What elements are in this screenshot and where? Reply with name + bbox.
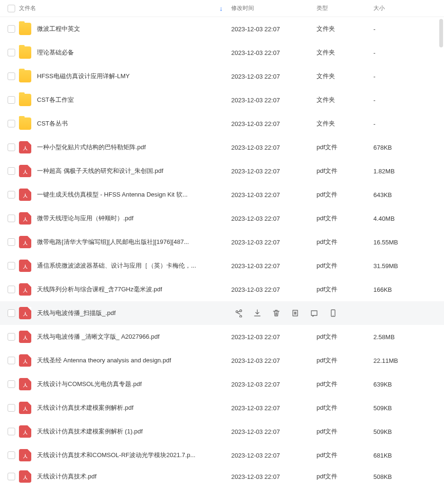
download-icon[interactable]	[253, 309, 262, 317]
row-size: -	[373, 73, 430, 80]
scrollbar-thumb[interactable]	[439, 19, 443, 47]
row-checkbox[interactable]	[8, 167, 15, 175]
table-row[interactable]: 人微带天线理论与应用（钟顺时）.pdf2023-12-03 22:07pdf文件…	[0, 207, 444, 230]
row-size: -	[373, 97, 430, 104]
table-row[interactable]: 人天线与电波传播_扫描版_.pdf	[0, 301, 444, 325]
table-row[interactable]: 人天线设计与COMSOL光电仿真专题.pdf2023-12-03 22:07pd…	[0, 372, 444, 396]
row-name-cell: CST各丛书	[19, 117, 231, 130]
row-checkbox[interactable]	[8, 215, 15, 222]
table-row[interactable]: HFSS电磁仿真设计应用详解-LMY2023-12-03 22:07文件夹-	[0, 64, 444, 88]
table-row[interactable]: 人天线设计仿真技术.pdf2023-12-03 22:07pdf文件508KB	[0, 467, 444, 486]
file-name[interactable]: 天线设计仿真技术.pdf	[37, 472, 97, 481]
file-name[interactable]: 天线设计仿真技术和COMSOL-RF波动光学模块2021.7.p...	[37, 451, 195, 459]
file-name[interactable]: 微波工程中英文	[37, 25, 80, 33]
file-name[interactable]: 一种小型化贴片式结构的巴特勒矩阵.pdf	[37, 143, 146, 152]
header-type[interactable]: 类型	[317, 4, 373, 12]
row-name-cell: 人通信系统微波滤波器基础、设计与应用［（英）卡梅伦，...	[19, 260, 231, 272]
row-checkbox[interactable]	[8, 451, 15, 459]
file-list-panel: 文件名 ↓ 修改时间 类型 大小 微波工程中英文2023-12-03 22:07…	[0, 0, 444, 504]
row-modified: 2023-12-03 22:07	[231, 239, 317, 246]
table-row[interactable]: 人天线与电波传播 _清晰文字版_ A2027966.pdf2023-12-03 …	[0, 325, 444, 349]
row-hover-actions	[231, 309, 430, 317]
header-name-label: 文件名	[19, 4, 36, 12]
pdf-icon: 人	[19, 378, 31, 390]
select-all-checkbox[interactable]	[8, 5, 15, 12]
delete-icon[interactable]	[272, 309, 281, 317]
table-row[interactable]: 人一种超高 偶极子天线的研究和设计_朱创国.pdf2023-12-03 22:0…	[0, 159, 444, 183]
row-name-cell: 人天线阵列分析与综合课程_含77GHz毫米波.pdf	[19, 283, 231, 296]
copy-icon[interactable]	[291, 309, 299, 317]
file-name[interactable]: 天线设计仿真技术建模案例解析 (1).pdf	[37, 427, 143, 436]
row-checkbox[interactable]	[8, 473, 15, 480]
row-checkbox-cell	[4, 262, 19, 270]
row-checkbox[interactable]	[8, 333, 15, 341]
row-checkbox[interactable]	[8, 191, 15, 198]
row-checkbox[interactable]	[8, 238, 15, 246]
header-checkbox-cell	[4, 5, 19, 12]
row-checkbox[interactable]	[8, 144, 15, 151]
row-checkbox[interactable]	[8, 357, 15, 364]
note-icon[interactable]	[310, 309, 318, 317]
row-checkbox-cell	[4, 333, 19, 341]
file-name[interactable]: 通信系统微波滤波器基础、设计与应用［（英）卡梅伦，...	[37, 261, 196, 270]
file-name[interactable]: 微带电路[清华大学编写组][人民邮电出版社][1976][487...	[37, 238, 189, 246]
row-checkbox[interactable]	[8, 25, 15, 33]
table-row[interactable]: 理论基础必备2023-12-03 22:07文件夹-	[0, 41, 444, 64]
pdf-glyph: 人	[23, 193, 27, 199]
file-name[interactable]: 天线与电波传播_扫描版_.pdf	[37, 309, 116, 317]
table-row[interactable]: 人天线设计仿真技术建模案例解析 (1).pdf2023-12-03 22:07p…	[0, 420, 444, 443]
file-name[interactable]: 天线阵列分析与综合课程_含77GHz毫米波.pdf	[37, 285, 162, 294]
row-type: pdf文件	[317, 356, 373, 365]
table-row[interactable]: 人微带电路[清华大学编写组][人民邮电出版社][1976][487...2023…	[0, 230, 444, 254]
table-row[interactable]: 人一种小型化贴片式结构的巴特勒矩阵.pdf2023-12-03 22:07pdf…	[0, 135, 444, 159]
file-name[interactable]: 天线圣经 Antenna theory analysis and design.…	[37, 356, 171, 365]
header-name[interactable]: 文件名 ↓	[19, 4, 231, 12]
file-name[interactable]: 微带天线理论与应用（钟顺时）.pdf	[37, 214, 134, 223]
row-checkbox[interactable]	[8, 428, 15, 435]
table-row[interactable]: 人通信系统微波滤波器基础、设计与应用［（英）卡梅伦，...2023-12-03 …	[0, 254, 444, 278]
pdf-icon: 人	[19, 470, 31, 483]
row-modified: 2023-12-03 22:07	[231, 381, 317, 388]
row-checkbox[interactable]	[8, 380, 15, 388]
row-checkbox[interactable]	[8, 72, 15, 80]
table-row[interactable]: 人天线设计仿真技术和COMSOL-RF波动光学模块2021.7.p...2023…	[0, 443, 444, 467]
table-row[interactable]: 人天线设计仿真技术建模案例解析.pdf2023-12-03 22:07pdf文件…	[0, 396, 444, 420]
row-modified: 2023-12-03 22:07	[231, 333, 317, 341]
row-type: pdf文件	[317, 238, 373, 246]
share-icon[interactable]	[234, 309, 243, 317]
row-name-cell: HFSS电磁仿真设计应用详解-LMY	[19, 70, 231, 82]
pdf-glyph: 人	[23, 382, 27, 388]
file-name[interactable]: 一种超高 偶极子天线的研究和设计_朱创国.pdf	[37, 167, 163, 175]
file-name[interactable]: 理论基础必备	[37, 48, 74, 57]
row-checkbox[interactable]	[8, 120, 15, 127]
row-checkbox[interactable]	[8, 286, 15, 293]
row-checkbox[interactable]	[8, 262, 15, 270]
file-name[interactable]: 一键生成天线仿真模型 - HFSS Antenna Design Kit 软..…	[37, 190, 188, 199]
row-modified: 2023-12-03 22:07	[231, 191, 317, 198]
row-name-cell: 微波工程中英文	[19, 23, 231, 35]
table-row[interactable]: 人天线阵列分析与综合课程_含77GHz毫米波.pdf2023-12-03 22:…	[0, 278, 444, 301]
sort-arrow-icon[interactable]: ↓	[219, 5, 223, 12]
file-name[interactable]: HFSS电磁仿真设计应用详解-LMY	[37, 72, 130, 81]
table-row[interactable]: 人天线圣经 Antenna theory analysis and design…	[0, 349, 444, 372]
table-row[interactable]: 微波工程中英文2023-12-03 22:07文件夹-	[0, 17, 444, 41]
file-name[interactable]: 天线与电波传播 _清晰文字版_ A2027966.pdf	[37, 333, 160, 341]
table-row[interactable]: CST各工作室2023-12-03 22:07文件夹-	[0, 88, 444, 112]
row-checkbox-cell	[4, 167, 19, 175]
file-name[interactable]: 天线设计与COMSOL光电仿真专题.pdf	[37, 380, 142, 388]
table-row[interactable]: CST各丛书2023-12-03 22:07文件夹-	[0, 112, 444, 135]
header-size[interactable]: 大小	[373, 4, 430, 12]
row-size: 31.59MB	[373, 262, 430, 270]
mobile-icon[interactable]	[329, 309, 337, 317]
file-name[interactable]: CST各工作室	[37, 96, 74, 104]
file-name[interactable]: CST各丛书	[37, 119, 68, 128]
header-modified[interactable]: 修改时间	[231, 4, 317, 12]
row-checkbox[interactable]	[8, 49, 15, 56]
row-checkbox[interactable]	[8, 96, 15, 104]
row-checkbox[interactable]	[8, 309, 15, 317]
file-name[interactable]: 天线设计仿真技术建模案例解析.pdf	[37, 404, 134, 412]
pdf-icon: 人	[19, 425, 31, 438]
row-checkbox[interactable]	[8, 404, 15, 412]
row-type: pdf文件	[317, 285, 373, 294]
table-row[interactable]: 人一键生成天线仿真模型 - HFSS Antenna Design Kit 软.…	[0, 183, 444, 207]
